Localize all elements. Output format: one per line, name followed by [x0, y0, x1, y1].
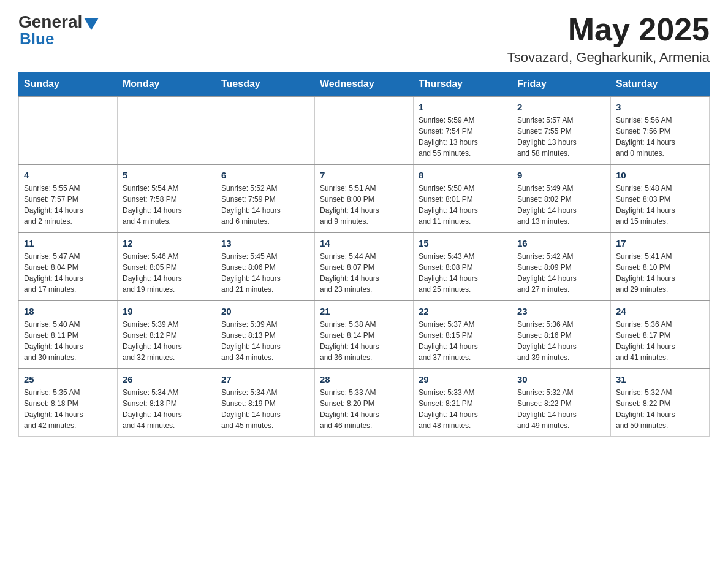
day-cell — [315, 96, 414, 164]
day-number: 7 — [320, 170, 408, 180]
col-header-thursday: Thursday — [414, 72, 512, 97]
day-cell: 15Sunrise: 5:43 AM Sunset: 8:08 PM Dayli… — [414, 232, 512, 301]
day-cell: 8Sunrise: 5:50 AM Sunset: 8:01 PM Daylig… — [414, 164, 512, 232]
col-header-monday: Monday — [118, 72, 216, 97]
day-number: 13 — [221, 238, 309, 248]
day-cell: 17Sunrise: 5:41 AM Sunset: 8:10 PM Dayli… — [611, 232, 710, 301]
day-cell: 31Sunrise: 5:32 AM Sunset: 8:22 PM Dayli… — [611, 369, 710, 437]
day-info: Sunrise: 5:56 AM Sunset: 7:56 PM Dayligh… — [616, 115, 704, 159]
day-cell: 6Sunrise: 5:52 AM Sunset: 7:59 PM Daylig… — [216, 164, 315, 232]
day-number: 29 — [419, 374, 507, 385]
month-title: May 2025 — [507, 12, 710, 47]
col-header-friday: Friday — [512, 72, 611, 97]
day-info: Sunrise: 5:39 AM Sunset: 8:12 PM Dayligh… — [123, 319, 211, 363]
day-info: Sunrise: 5:51 AM Sunset: 8:00 PM Dayligh… — [320, 183, 408, 227]
day-number: 5 — [123, 170, 211, 180]
day-number: 1 — [419, 102, 507, 112]
day-info: Sunrise: 5:50 AM Sunset: 8:01 PM Dayligh… — [419, 183, 507, 227]
day-info: Sunrise: 5:55 AM Sunset: 7:57 PM Dayligh… — [24, 183, 112, 227]
day-info: Sunrise: 5:34 AM Sunset: 8:19 PM Dayligh… — [221, 387, 309, 431]
day-info: Sunrise: 5:33 AM Sunset: 8:20 PM Dayligh… — [320, 387, 408, 431]
day-info: Sunrise: 5:57 AM Sunset: 7:55 PM Dayligh… — [517, 115, 605, 159]
logo: General Blue — [18, 12, 99, 48]
day-number: 11 — [24, 238, 112, 248]
logo-triangle-icon — [84, 18, 99, 30]
day-info: Sunrise: 5:59 AM Sunset: 7:54 PM Dayligh… — [419, 115, 507, 159]
day-info: Sunrise: 5:33 AM Sunset: 8:21 PM Dayligh… — [419, 387, 507, 431]
day-cell: 27Sunrise: 5:34 AM Sunset: 8:19 PM Dayli… — [216, 369, 315, 437]
day-cell: 20Sunrise: 5:39 AM Sunset: 8:13 PM Dayli… — [216, 301, 315, 369]
day-cell: 4Sunrise: 5:55 AM Sunset: 7:57 PM Daylig… — [19, 164, 118, 232]
day-cell: 7Sunrise: 5:51 AM Sunset: 8:00 PM Daylig… — [315, 164, 414, 232]
day-number: 3 — [616, 102, 704, 112]
day-number: 28 — [320, 374, 408, 385]
col-header-saturday: Saturday — [611, 72, 710, 97]
col-header-tuesday: Tuesday — [216, 72, 315, 97]
logo-blue-text: Blue — [20, 29, 99, 48]
day-number: 9 — [517, 170, 605, 180]
day-number: 20 — [221, 306, 309, 316]
day-cell: 23Sunrise: 5:36 AM Sunset: 8:16 PM Dayli… — [512, 301, 611, 369]
day-cell: 13Sunrise: 5:45 AM Sunset: 8:06 PM Dayli… — [216, 232, 315, 301]
location-title: Tsovazard, Gegharkunik, Armenia — [507, 50, 710, 66]
day-info: Sunrise: 5:36 AM Sunset: 8:16 PM Dayligh… — [517, 319, 605, 363]
day-info: Sunrise: 5:37 AM Sunset: 8:15 PM Dayligh… — [419, 319, 507, 363]
day-cell: 25Sunrise: 5:35 AM Sunset: 8:18 PM Dayli… — [19, 369, 118, 437]
day-info: Sunrise: 5:46 AM Sunset: 8:05 PM Dayligh… — [123, 251, 211, 295]
day-info: Sunrise: 5:49 AM Sunset: 8:02 PM Dayligh… — [517, 183, 605, 227]
day-info: Sunrise: 5:39 AM Sunset: 8:13 PM Dayligh… — [221, 319, 309, 363]
day-info: Sunrise: 5:52 AM Sunset: 7:59 PM Dayligh… — [221, 183, 309, 227]
day-cell: 28Sunrise: 5:33 AM Sunset: 8:20 PM Dayli… — [315, 369, 414, 437]
day-cell — [118, 96, 216, 164]
day-cell: 16Sunrise: 5:42 AM Sunset: 8:09 PM Dayli… — [512, 232, 611, 301]
day-number: 21 — [320, 306, 408, 316]
day-number: 31 — [616, 374, 704, 385]
day-cell: 14Sunrise: 5:44 AM Sunset: 8:07 PM Dayli… — [315, 232, 414, 301]
day-info: Sunrise: 5:47 AM Sunset: 8:04 PM Dayligh… — [24, 251, 112, 295]
day-number: 27 — [221, 374, 309, 385]
day-number: 10 — [616, 170, 704, 180]
day-cell: 29Sunrise: 5:33 AM Sunset: 8:21 PM Dayli… — [414, 369, 512, 437]
day-number: 19 — [123, 306, 211, 316]
day-info: Sunrise: 5:35 AM Sunset: 8:18 PM Dayligh… — [24, 387, 112, 431]
day-cell: 5Sunrise: 5:54 AM Sunset: 7:58 PM Daylig… — [118, 164, 216, 232]
day-cell: 24Sunrise: 5:36 AM Sunset: 8:17 PM Dayli… — [611, 301, 710, 369]
day-number: 12 — [123, 238, 211, 248]
calendar-table: SundayMondayTuesdayWednesdayThursdayFrid… — [18, 72, 710, 437]
header-row: SundayMondayTuesdayWednesdayThursdayFrid… — [19, 72, 710, 97]
day-cell: 2Sunrise: 5:57 AM Sunset: 7:55 PM Daylig… — [512, 96, 611, 164]
day-cell — [216, 96, 315, 164]
week-row-1: 1Sunrise: 5:59 AM Sunset: 7:54 PM Daylig… — [19, 96, 710, 164]
day-number: 30 — [517, 374, 605, 385]
day-number: 17 — [616, 238, 704, 248]
day-info: Sunrise: 5:45 AM Sunset: 8:06 PM Dayligh… — [221, 251, 309, 295]
day-info: Sunrise: 5:32 AM Sunset: 8:22 PM Dayligh… — [517, 387, 605, 431]
day-info: Sunrise: 5:54 AM Sunset: 7:58 PM Dayligh… — [123, 183, 211, 227]
col-header-wednesday: Wednesday — [315, 72, 414, 97]
day-number: 25 — [24, 374, 112, 385]
day-info: Sunrise: 5:42 AM Sunset: 8:09 PM Dayligh… — [517, 251, 605, 295]
day-info: Sunrise: 5:43 AM Sunset: 8:08 PM Dayligh… — [419, 251, 507, 295]
day-cell: 18Sunrise: 5:40 AM Sunset: 8:11 PM Dayli… — [19, 301, 118, 369]
title-section: May 2025 Tsovazard, Gegharkunik, Armenia — [507, 12, 710, 66]
week-row-4: 18Sunrise: 5:40 AM Sunset: 8:11 PM Dayli… — [19, 301, 710, 369]
day-info: Sunrise: 5:38 AM Sunset: 8:14 PM Dayligh… — [320, 319, 408, 363]
day-cell: 11Sunrise: 5:47 AM Sunset: 8:04 PM Dayli… — [19, 232, 118, 301]
day-cell: 3Sunrise: 5:56 AM Sunset: 7:56 PM Daylig… — [611, 96, 710, 164]
day-cell: 26Sunrise: 5:34 AM Sunset: 8:18 PM Dayli… — [118, 369, 216, 437]
day-cell: 21Sunrise: 5:38 AM Sunset: 8:14 PM Dayli… — [315, 301, 414, 369]
day-cell: 30Sunrise: 5:32 AM Sunset: 8:22 PM Dayli… — [512, 369, 611, 437]
page-header: General Blue May 2025 Tsovazard, Geghark… — [18, 12, 710, 66]
day-info: Sunrise: 5:44 AM Sunset: 8:07 PM Dayligh… — [320, 251, 408, 295]
week-row-3: 11Sunrise: 5:47 AM Sunset: 8:04 PM Dayli… — [19, 232, 710, 301]
day-number: 26 — [123, 374, 211, 385]
col-header-sunday: Sunday — [19, 72, 118, 97]
day-number: 18 — [24, 306, 112, 316]
day-number: 23 — [517, 306, 605, 316]
day-cell: 10Sunrise: 5:48 AM Sunset: 8:03 PM Dayli… — [611, 164, 710, 232]
day-number: 16 — [517, 238, 605, 248]
week-row-2: 4Sunrise: 5:55 AM Sunset: 7:57 PM Daylig… — [19, 164, 710, 232]
day-cell: 1Sunrise: 5:59 AM Sunset: 7:54 PM Daylig… — [414, 96, 512, 164]
day-info: Sunrise: 5:48 AM Sunset: 8:03 PM Dayligh… — [616, 183, 704, 227]
day-number: 24 — [616, 306, 704, 316]
